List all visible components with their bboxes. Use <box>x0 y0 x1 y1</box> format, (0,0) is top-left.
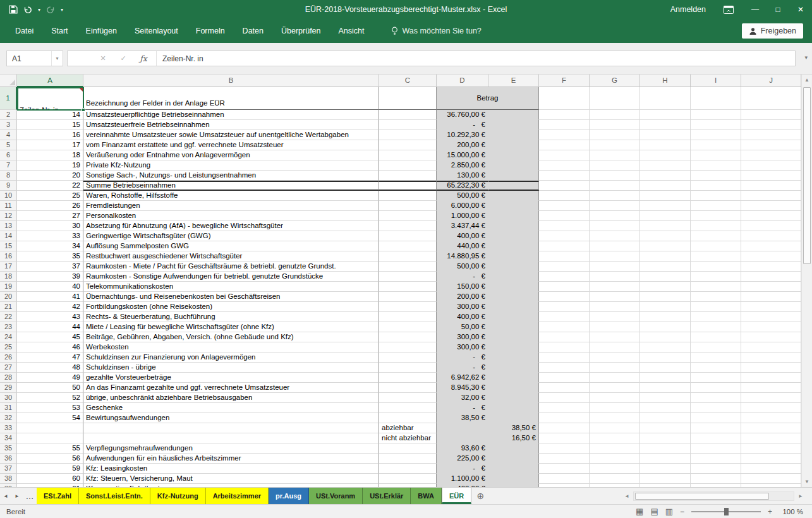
cell-D19[interactable]: 150,00 € <box>437 282 488 292</box>
cell-G28[interactable] <box>590 373 640 383</box>
row-header-26[interactable]: 26 <box>0 352 17 363</box>
cell-D15[interactable]: 440,00 € <box>437 241 488 251</box>
cell-G17[interactable] <box>590 262 640 272</box>
row-header-11[interactable]: 11 <box>0 201 17 211</box>
cell-H25[interactable] <box>640 342 691 352</box>
cell-C23[interactable] <box>379 322 437 332</box>
cell-E38[interactable] <box>488 474 539 484</box>
cell-I19[interactable] <box>691 282 741 292</box>
cell-F32[interactable] <box>539 413 590 423</box>
row-header-37[interactable]: 37 <box>0 464 17 474</box>
column-header-D[interactable]: D <box>437 75 488 87</box>
cell-A12[interactable]: 27 <box>17 211 83 221</box>
row-header-2[interactable]: 2 <box>0 110 17 120</box>
ribbon-tab-ansicht[interactable]: Ansicht <box>330 19 373 43</box>
row-header-34[interactable]: 34 <box>0 433 17 443</box>
cell-B23[interactable]: Miete / Leasing für bewegliche Wirtschaf… <box>83 322 379 332</box>
cell-D6[interactable]: 15.000,00 € <box>437 150 488 160</box>
row-header-22[interactable]: 22 <box>0 312 17 322</box>
cell-C10[interactable] <box>379 191 437 201</box>
cell-G20[interactable] <box>590 292 640 302</box>
row-header-29[interactable]: 29 <box>0 383 17 393</box>
hscroll-right-icon[interactable]: ► <box>796 493 806 499</box>
cell-J10[interactable] <box>741 191 801 201</box>
cell-G26[interactable] <box>590 352 640 363</box>
ribbon-tab-berprfen[interactable]: Überprüfen <box>272 19 330 43</box>
cell-H10[interactable] <box>640 191 691 201</box>
cell-A28[interactable]: 49 <box>17 373 83 383</box>
column-header-G[interactable]: G <box>590 75 640 87</box>
zoom-in-button[interactable]: + <box>768 507 772 516</box>
cell-C7[interactable] <box>379 160 437 171</box>
cell-J25[interactable] <box>741 342 801 352</box>
cell-I26[interactable] <box>691 352 741 363</box>
cell-C19[interactable] <box>379 282 437 292</box>
ribbon-tab-formeln[interactable]: Formeln <box>187 19 234 43</box>
row-header-38[interactable]: 38 <box>0 474 17 484</box>
cell-F18[interactable] <box>539 272 590 282</box>
cell-G15[interactable] <box>590 241 640 251</box>
sheet-tab-e-r[interactable]: EÜR <box>442 488 471 504</box>
cell-E25[interactable] <box>488 342 539 352</box>
cell-A22[interactable]: 43 <box>17 312 83 322</box>
cell-I14[interactable] <box>691 231 741 241</box>
cell-D32[interactable]: 38,50 € <box>437 413 488 423</box>
cell-G35[interactable] <box>590 443 640 454</box>
cell-E34[interactable]: 16,50 € <box>488 433 539 443</box>
cell-A26[interactable]: 47 <box>17 352 83 363</box>
row-header-7[interactable]: 7 <box>0 160 17 171</box>
cell-J11[interactable] <box>741 201 801 211</box>
cell-J20[interactable] <box>741 292 801 302</box>
cell-D22[interactable]: 400,00 € <box>437 312 488 322</box>
cell-I17[interactable] <box>691 262 741 272</box>
ribbon-tab-seitenlayout[interactable]: Seitenlayout <box>126 19 187 43</box>
cell-A36[interactable]: 56 <box>17 454 83 464</box>
cell-B11[interactable]: Fremdleistungen <box>83 201 379 211</box>
zoom-level[interactable]: 100 % <box>779 508 803 515</box>
cell-A5[interactable]: 17 <box>17 140 83 150</box>
cell-C8[interactable] <box>379 171 437 181</box>
cell-E17[interactable] <box>488 262 539 272</box>
cell-J36[interactable] <box>741 454 801 464</box>
cell-G24[interactable] <box>590 332 640 342</box>
cell-H6[interactable] <box>640 150 691 160</box>
cell-F22[interactable] <box>539 312 590 322</box>
cell-J12[interactable] <box>741 211 801 221</box>
cell-B18[interactable]: Raumkosten - Sonstige Aufwendungen für b… <box>83 272 379 282</box>
minimize-button[interactable]: — <box>744 0 767 19</box>
cell-F30[interactable] <box>539 393 590 403</box>
cell-J17[interactable] <box>741 262 801 272</box>
cell-D5[interactable]: 200,00 € <box>437 140 488 150</box>
cell-C18[interactable] <box>379 272 437 282</box>
formula-content[interactable]: Zeilen-Nr. in <box>162 54 203 63</box>
cell-A10[interactable]: 25 <box>17 191 83 201</box>
cell-B27[interactable]: Schuldzinsen - übrige <box>83 363 379 373</box>
cell-C20[interactable] <box>379 292 437 302</box>
name-box-dropdown-icon[interactable]: ▾ <box>51 51 63 66</box>
cell-D29[interactable]: 8.945,30 € <box>437 383 488 393</box>
cell-E3[interactable] <box>488 120 539 130</box>
row-header-1[interactable]: 1 <box>0 87 17 110</box>
cell-A7[interactable]: 19 <box>17 160 83 171</box>
cell-J31[interactable] <box>741 403 801 413</box>
cell-H2[interactable] <box>640 110 691 120</box>
cell-G12[interactable] <box>590 211 640 221</box>
cell-B38[interactable]: Kfz: Steuern, Versicherung, Maut <box>83 474 379 484</box>
cell-D27[interactable]: - € <box>437 363 488 373</box>
cell-B9[interactable]: Summe Betriebseinnahmen <box>83 181 379 191</box>
cell-H18[interactable] <box>640 272 691 282</box>
row-header-16[interactable]: 16 <box>0 251 17 262</box>
cell-D11[interactable]: 6.000,00 € <box>437 201 488 211</box>
name-box[interactable]: A1 ▾ <box>6 51 63 66</box>
cell-I8[interactable] <box>691 171 741 181</box>
cell-I24[interactable] <box>691 332 741 342</box>
cell-B21[interactable]: Fortbildungskosten (ohne Reisekosten) <box>83 302 379 312</box>
cell-J1[interactable] <box>741 87 801 110</box>
cell-E2[interactable] <box>488 110 539 120</box>
cell-F25[interactable] <box>539 342 590 352</box>
cell-J14[interactable] <box>741 231 801 241</box>
cell-I2[interactable] <box>691 110 741 120</box>
cell-A16[interactable]: 35 <box>17 251 83 262</box>
cell-A8[interactable]: 20 <box>17 171 83 181</box>
row-header-20[interactable]: 20 <box>0 292 17 302</box>
